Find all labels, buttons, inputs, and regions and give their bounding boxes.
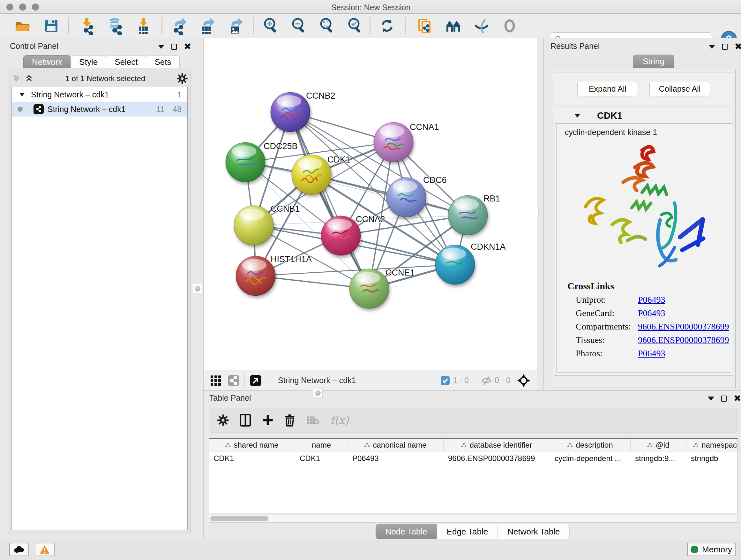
add-column-button[interactable]: [262, 415, 273, 426]
node-CCNA2[interactable]: [321, 216, 360, 255]
table-cell[interactable]: stringdb: [686, 451, 741, 465]
open-in-browser-button[interactable]: [249, 374, 262, 387]
zoom-in-button[interactable]: [262, 17, 280, 35]
string-import-button[interactable]: [416, 17, 434, 35]
network-canvas[interactable]: CCNB2CCNA1CDC25BCDK1CDC6RB1CCNB1CCNA2CDK…: [204, 38, 537, 369]
memory-button[interactable]: Memory: [687, 543, 736, 556]
columns-icon: [240, 414, 251, 427]
close-panel-icon[interactable]: ✖: [735, 42, 741, 51]
delete-table-button[interactable]: [306, 415, 320, 426]
node-CCNE1[interactable]: [349, 269, 389, 308]
float-panel-icon[interactable]: [172, 44, 177, 50]
show-columns-button[interactable]: [240, 414, 251, 427]
show-all-button[interactable]: [501, 17, 519, 35]
crosslink-link[interactable]: 9606.ENSP00000378699: [638, 335, 729, 345]
crosslink-link[interactable]: P06493: [638, 308, 665, 318]
entry-header[interactable]: CDK1: [554, 108, 733, 124]
node-CCNB2[interactable]: [271, 92, 310, 132]
crosslink-link[interactable]: P06493: [638, 348, 665, 359]
zoom-out-button[interactable]: [290, 17, 308, 35]
column-header-database-identifier[interactable]: database identifier: [444, 439, 550, 451]
node-CDKN1A[interactable]: [435, 245, 475, 285]
crosslink-link[interactable]: 9606.ENSP00000378699: [638, 321, 729, 332]
node-HIST1H1A[interactable]: [236, 256, 275, 296]
collapse-all-button[interactable]: Collapse All: [650, 81, 710, 97]
node-RB1[interactable]: [448, 195, 488, 235]
node-CCNA1[interactable]: [374, 122, 413, 162]
crosslink-link[interactable]: P06493: [638, 295, 665, 305]
close-panel-icon[interactable]: ✖: [734, 394, 741, 403]
network-view[interactable]: CCNB2CCNA1CDC25BCDK1CDC6RB1CCNB1CCNA2CDK…: [203, 38, 537, 390]
node-CDC25B[interactable]: [226, 142, 265, 182]
node-CDK1[interactable]: [292, 155, 331, 194]
zoom-selected-button[interactable]: [346, 17, 364, 35]
table-cell[interactable]: cyclin-dependent ...: [550, 451, 630, 465]
hide-selected-button[interactable]: [473, 17, 490, 35]
collection-expand-icon[interactable]: [19, 93, 24, 96]
table-options-button[interactable]: [217, 415, 229, 426]
panel-menu-icon[interactable]: [708, 396, 714, 401]
warnings-button[interactable]: [35, 543, 55, 556]
entry-collapse-icon[interactable]: [575, 114, 580, 118]
column-header-canonical-name[interactable]: canonical name: [348, 439, 444, 451]
export-image-button[interactable]: [226, 17, 244, 35]
tab-network[interactable]: Network: [23, 55, 71, 69]
import-table-from-file-button[interactable]: [134, 17, 152, 35]
table-body: CDK1CDK1P064939606.ENSP00000378699cyclin…: [209, 451, 738, 465]
open-session-button[interactable]: [13, 17, 31, 35]
string-style-button[interactable]: [227, 374, 240, 387]
tab-sets[interactable]: Sets: [146, 55, 180, 69]
tab-node-table[interactable]: Node Table: [376, 524, 437, 539]
tab-network-table[interactable]: Network Table: [497, 524, 569, 539]
bottom-splitter-handle[interactable]: [313, 388, 323, 398]
fit-content-button[interactable]: [318, 17, 336, 35]
table-cell[interactable]: 9606.ENSP00000378699: [444, 451, 550, 465]
table-cell[interactable]: P06493: [348, 451, 444, 465]
refresh-view-button[interactable]: [378, 17, 396, 35]
left-splitter-handle[interactable]: [193, 284, 202, 294]
float-panel-icon[interactable]: [721, 395, 727, 401]
expand-all-button[interactable]: Expand All: [577, 81, 638, 97]
entry-body: cyclin-dependent kinase 1: [556, 124, 731, 373]
export-network-button[interactable]: [170, 17, 188, 35]
tab-style[interactable]: Style: [71, 55, 106, 69]
gear-icon[interactable]: [177, 73, 188, 84]
column-header--id[interactable]: @id: [630, 439, 686, 451]
function-builder-icon[interactable]: f(x): [330, 414, 349, 427]
export-table-button[interactable]: [198, 17, 216, 35]
network-collection-row[interactable]: String Network – cdk1 1: [12, 87, 187, 102]
shared-column-icon: [693, 441, 698, 449]
collapse-all-icon[interactable]: [11, 74, 21, 83]
column-header-description[interactable]: description: [550, 439, 630, 451]
import-network-from-file-button[interactable]: [78, 17, 96, 35]
tab-string[interactable]: String: [633, 55, 674, 68]
node-CDC6[interactable]: [387, 178, 426, 217]
scrollbar-thumb[interactable]: [210, 516, 268, 521]
panel-menu-icon[interactable]: [158, 45, 164, 49]
cloud-status-button[interactable]: [9, 543, 29, 556]
column-header-namespac[interactable]: namespac: [686, 439, 741, 451]
expand-all-icon[interactable]: [24, 74, 34, 83]
fit-selected-button[interactable]: [517, 374, 530, 387]
delete-column-button[interactable]: [284, 414, 295, 427]
table-row[interactable]: CDK1CDK1P064939606.ENSP00000378699cyclin…: [209, 451, 738, 465]
tab-edge-table[interactable]: Edge Table: [437, 524, 498, 539]
tab-select[interactable]: Select: [106, 55, 146, 69]
column-header-name[interactable]: name: [295, 439, 348, 451]
node-CCNB1[interactable]: [234, 206, 273, 245]
import-network-from-database-button[interactable]: [106, 17, 124, 35]
panel-menu-icon[interactable]: [709, 45, 715, 49]
table-header-row: shared namenamecanonical namedatabase id…: [209, 439, 738, 451]
save-session-button[interactable]: [43, 17, 60, 35]
float-panel-icon[interactable]: [722, 44, 728, 50]
table-cell[interactable]: CDK1: [295, 451, 348, 465]
table-cell[interactable]: stringdb:9...: [630, 451, 686, 465]
birdseye-view-button[interactable]: [210, 375, 221, 386]
table-horizontal-scrollbar[interactable]: [209, 515, 738, 523]
column-header-shared-name[interactable]: shared name: [209, 439, 295, 451]
results-panel: Results Panel ✖ String Expand All Collap…: [543, 38, 741, 390]
table-cell[interactable]: CDK1: [209, 451, 295, 465]
close-panel-icon[interactable]: ✖: [184, 42, 191, 51]
network-item-row[interactable]: String Network – cdk1 11 48: [12, 102, 187, 117]
homology-search-button[interactable]: [445, 17, 462, 35]
